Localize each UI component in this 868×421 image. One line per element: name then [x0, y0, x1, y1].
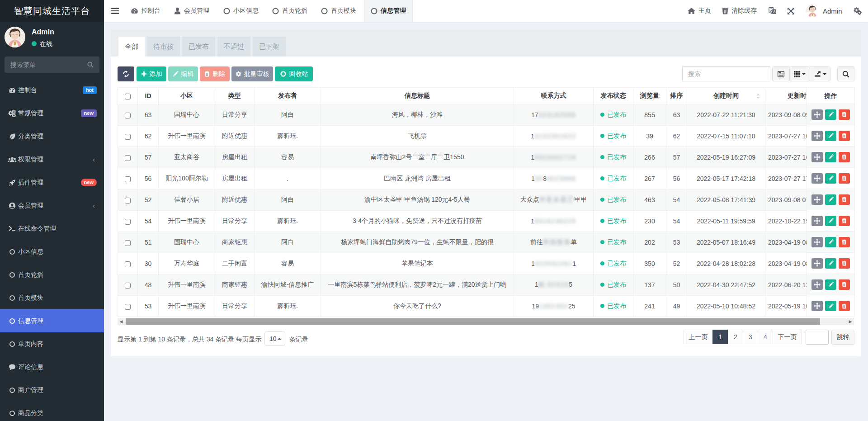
svg-text:A: A — [773, 9, 776, 14]
